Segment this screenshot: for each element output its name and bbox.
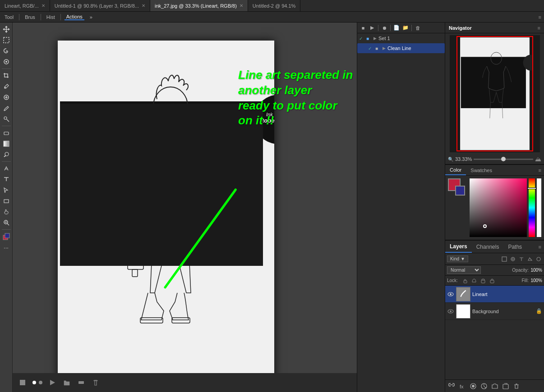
gradient-tool[interactable] <box>1 139 11 149</box>
layer-group-btn[interactable] <box>490 382 499 391</box>
navigator-menu[interactable]: ≡ <box>538 25 540 31</box>
canvas-image: Ink tober <box>58 41 274 392</box>
toolbar-menu[interactable]: ≡ <box>539 14 541 20</box>
tab-swatches[interactable]: Swatches <box>466 165 497 175</box>
lock-image-btn[interactable] <box>470 277 478 284</box>
color-hue-bar[interactable] <box>529 178 535 237</box>
tab-close-0[interactable]: ✕ <box>41 3 45 8</box>
foreground-color[interactable] <box>1 232 11 242</box>
filter-kind-label: Kind <box>450 256 459 261</box>
color-hue-thumb[interactable] <box>527 187 536 189</box>
play-action-btn[interactable]: ▶ <box>368 24 376 32</box>
tab-channels[interactable]: Channels <box>472 241 504 253</box>
color-panel-menu[interactable]: ≡ <box>539 165 544 175</box>
record-action-btn[interactable]: ⏺ <box>380 24 388 32</box>
main-layout: ··· <box>0 23 544 392</box>
marquee-tool[interactable] <box>1 35 11 45</box>
filter-adj-btn[interactable] <box>509 255 516 263</box>
layers-actions: fx <box>445 379 544 392</box>
svg-text:tober: tober <box>262 117 274 124</box>
path-selection-tool[interactable] <box>1 185 11 195</box>
toolbar-brush[interactable]: Brus <box>23 14 37 20</box>
new-set-btn[interactable]: 📁 <box>401 24 410 32</box>
tab-layers[interactable]: Layers <box>445 241 472 253</box>
tab-ink27[interactable]: ink_27.jpg @ 33.3% (Lineart, RGB/8) ✕ <box>150 0 248 11</box>
eyedropper-tool[interactable] <box>1 82 11 91</box>
clone-stamp-tool[interactable] <box>1 114 11 124</box>
crop-tool[interactable] <box>1 71 11 81</box>
toolbar-history[interactable]: Hist <box>45 14 57 20</box>
svg-rect-12 <box>5 233 9 238</box>
tab-close-2[interactable]: ✕ <box>240 3 243 8</box>
action-item-row[interactable]: ✓ ■ ▶ Clean Line <box>357 43 445 53</box>
stop-button[interactable] <box>18 378 27 387</box>
action-color-swatch: ■ <box>375 46 381 51</box>
layer-fx-btn[interactable]: fx <box>458 382 467 391</box>
layer-row-lineart[interactable]: Lineart <box>445 286 544 303</box>
delete-action-btn[interactable]: 🗑 <box>414 24 422 32</box>
filter-shape-btn[interactable] <box>526 255 534 263</box>
color-picker-gradient[interactable] <box>470 178 527 237</box>
opacity-value[interactable]: 100% <box>530 268 542 273</box>
filter-smart-btn[interactable] <box>535 255 542 263</box>
toolbar-actions[interactable]: Actions <box>65 14 84 20</box>
extra-tools[interactable]: ··· <box>1 242 11 252</box>
eraser-tool[interactable] <box>1 128 11 138</box>
filter-kind-select[interactable]: Kind ▼ <box>447 255 468 262</box>
blend-mode-select[interactable]: Normal <box>447 266 481 274</box>
layer-new-btn[interactable] <box>501 382 510 391</box>
text-tool[interactable] <box>1 174 11 184</box>
layer-visibility-lineart[interactable] <box>447 291 454 298</box>
background-swatch[interactable] <box>455 186 465 196</box>
quick-select-tool[interactable] <box>1 57 11 67</box>
layer-visibility-bg[interactable] <box>447 308 454 315</box>
tab-color[interactable]: Color <box>445 165 466 175</box>
tab-untitled1[interactable]: Untitled-1 @ 90.8% (Layer 3, RGB/8... ✕ <box>50 0 150 11</box>
zoom-slider-thumb[interactable] <box>501 157 506 161</box>
filter-pixel-btn[interactable] <box>501 255 508 263</box>
toolbar-more-arrow[interactable]: » <box>88 14 94 20</box>
layer-delete-btn[interactable] <box>512 382 521 391</box>
layers-panel-menu[interactable]: ≡ <box>539 244 544 250</box>
shape-tool[interactable] <box>1 196 11 206</box>
control-dot-2[interactable] <box>39 381 42 384</box>
pen-tool[interactable] <box>1 164 11 173</box>
lock-all-btn[interactable] <box>489 277 496 284</box>
record-button[interactable] <box>77 378 86 387</box>
filter-type-btn[interactable] <box>518 255 525 263</box>
layer-lock-bg: 🔒 <box>536 308 542 314</box>
tab-close-1[interactable]: ✕ <box>142 3 145 8</box>
hand-tool[interactable] <box>1 207 11 217</box>
color-picker-marker[interactable] <box>483 224 487 228</box>
toolbar-tool[interactable]: Tool <box>3 14 15 20</box>
delete-button[interactable] <box>91 378 100 387</box>
stop-action-btn[interactable]: ■ <box>359 24 367 32</box>
layer-mask-btn[interactable] <box>469 382 478 391</box>
heal-tool[interactable] <box>1 92 11 102</box>
layer-row-background[interactable]: Background 🔒 <box>445 303 544 320</box>
brush-tool[interactable] <box>1 103 11 113</box>
control-dot-1[interactable] <box>32 381 36 384</box>
folder-button[interactable] <box>62 378 71 387</box>
tab-lineart[interactable]: Lineart, RGB/... ✕ <box>0 0 50 11</box>
new-action-btn[interactable]: 📄 <box>392 24 401 32</box>
move-tool[interactable] <box>1 24 11 34</box>
lock-position-btn[interactable] <box>479 277 487 284</box>
zoom-in-mountain[interactable]: ⛰ <box>535 155 541 163</box>
color-alpha-bar[interactable] <box>537 178 541 237</box>
navigator-header: Navigator ≡ <box>445 23 544 33</box>
play-button[interactable] <box>48 378 57 387</box>
tab-paths[interactable]: Paths <box>503 241 526 253</box>
layer-adjustment-btn[interactable] <box>479 382 489 391</box>
tab-untitled2[interactable]: Untitled-2 @ 94.1% <box>248 0 301 11</box>
zoom-out-icon[interactable]: 🔍 <box>448 157 453 162</box>
layer-link-btn[interactable] <box>447 382 456 391</box>
lasso-tool[interactable] <box>1 46 11 56</box>
action-set-row[interactable]: ✓ ■ ▶ Set 1 <box>357 33 445 43</box>
lock-transparency-btn[interactable] <box>461 277 469 284</box>
fill-value[interactable]: 100% <box>530 278 542 283</box>
dodge-tool[interactable] <box>1 150 11 160</box>
zoom-slider[interactable] <box>474 159 533 160</box>
toolbar-sep-3 <box>60 14 61 20</box>
zoom-tool[interactable] <box>1 218 11 228</box>
